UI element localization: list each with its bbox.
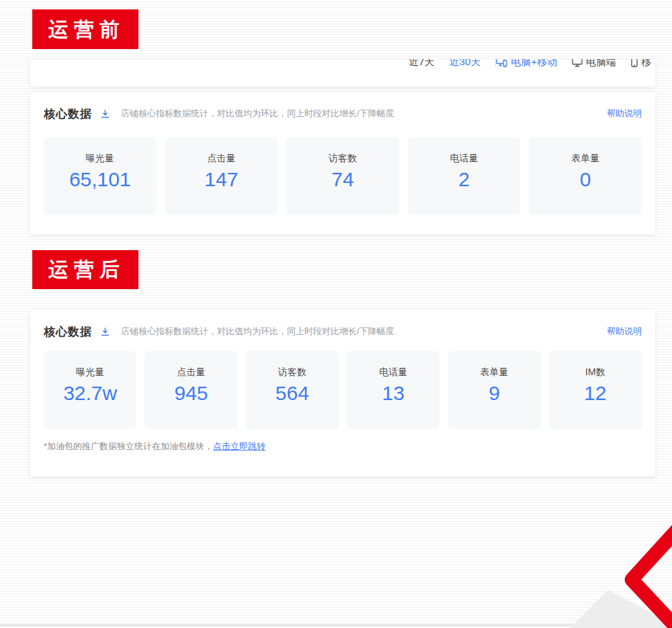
- stat-value: 13: [347, 382, 439, 405]
- stat-card-im: IM数 12: [549, 351, 642, 429]
- stat-label: 点击量: [144, 366, 237, 379]
- stat-value: 65,101: [44, 168, 157, 191]
- bottom-right-decoration: [561, 518, 672, 628]
- core-data-panel-after: 核心数据 店铺核心指标数据统计，对比值均为环比，同上时段对比增长/下降幅度 帮助…: [30, 309, 655, 476]
- core-data-panel-before: 核心数据 店铺核心指标数据统计，对比值均为环比，同上时段对比增长/下降幅度 帮助…: [30, 92, 655, 234]
- monitor-icon: [572, 59, 583, 67]
- filter-toolbar: 近7天 近30天 电脑+移动 电脑端 移: [30, 59, 655, 86]
- stat-card-clicks: 点击量 945: [144, 351, 237, 429]
- panel-header: 核心数据 店铺核心指标数据统计，对比值均为环比，同上时段对比增长/下降幅度 帮助…: [44, 324, 642, 339]
- help-link[interactable]: 帮助说明: [607, 108, 642, 120]
- stat-value: 2: [408, 168, 521, 191]
- download-button[interactable]: [100, 109, 110, 119]
- help-link[interactable]: 帮助说明: [607, 325, 642, 338]
- phone-icon: [631, 59, 638, 67]
- banner-after-operation: 运营后: [32, 250, 138, 289]
- download-button[interactable]: [100, 327, 110, 337]
- panel-title: 核心数据: [44, 106, 92, 122]
- stat-label: 电话量: [347, 366, 439, 379]
- banner-before-operation: 运营前: [32, 9, 138, 49]
- stat-value: 74: [286, 168, 399, 191]
- stats-row-after: 曝光量 32.7w 点击量 945 访客数 564 电话量 13 表单量 9 I…: [44, 351, 642, 429]
- pc-mobile-icon: [496, 59, 507, 67]
- stat-label: 表单量: [448, 366, 540, 379]
- footnote-jump-link[interactable]: 点击立即跳转: [213, 441, 265, 451]
- stat-value: 32.7w: [44, 382, 136, 405]
- filter-device-combined[interactable]: 电脑+移动: [496, 59, 557, 69]
- download-icon: [100, 327, 110, 337]
- panel-description: 店铺核心指标数据统计，对比值均为环比，同上时段对比增长/下降幅度: [121, 325, 394, 338]
- stats-row-before: 曝光量 65,101 点击量 147 访客数 74 电话量 2 表单量 0: [44, 137, 642, 215]
- stat-card-exposure: 曝光量 65,101: [44, 137, 157, 215]
- stat-label: 点击量: [165, 153, 278, 165]
- stat-value: 12: [549, 382, 642, 405]
- stat-label: 曝光量: [44, 153, 157, 165]
- stat-card-forms: 表单量 0: [529, 137, 642, 215]
- stat-card-exposure: 曝光量 32.7w: [44, 351, 136, 429]
- filter-range-30d[interactable]: 近30天: [450, 59, 481, 69]
- stat-label: 访客数: [286, 153, 399, 165]
- filter-device-mobile[interactable]: 移: [631, 59, 651, 69]
- filter-device-mobile-label: 移: [641, 59, 651, 69]
- footnote-text: *加油包的推广数据独立统计在加油包模块，: [44, 441, 213, 451]
- stat-value: 564: [246, 382, 339, 405]
- stat-card-calls: 电话量 13: [347, 351, 439, 429]
- stat-value: 9: [448, 382, 540, 405]
- filter-device-pc[interactable]: 电脑端: [572, 59, 616, 69]
- panel-description: 店铺核心指标数据统计，对比值均为环比，同上时段对比增长/下降幅度: [121, 108, 394, 120]
- stat-label: 电话量: [408, 153, 521, 165]
- stat-label: 表单量: [529, 153, 642, 165]
- stat-label: 访客数: [246, 366, 339, 379]
- panel-title: 核心数据: [44, 324, 92, 340]
- stat-value: 945: [144, 382, 237, 405]
- filter-row: 近7天 近30天 电脑+移动 电脑端 移: [30, 59, 655, 70]
- footnote: *加油包的推广数据独立统计在加油包模块，点击立即跳转: [44, 440, 642, 453]
- stat-card-forms: 表单量 9: [448, 351, 540, 429]
- filter-device-combined-label: 电脑+移动: [511, 59, 557, 69]
- filter-range-7d[interactable]: 近7天: [409, 59, 434, 69]
- stat-card-visitors: 访客数 74: [286, 137, 399, 215]
- stat-label: IM数: [549, 366, 642, 379]
- stat-value: 0: [529, 168, 642, 191]
- stat-card-clicks: 点击量 147: [165, 137, 278, 215]
- stat-card-visitors: 访客数 564: [246, 351, 339, 429]
- download-icon: [100, 109, 110, 119]
- stat-card-calls: 电话量 2: [408, 137, 521, 215]
- stat-value: 147: [165, 168, 278, 191]
- filter-device-pc-label: 电脑端: [586, 59, 616, 69]
- panel-header: 核心数据 店铺核心指标数据统计，对比值均为环比，同上时段对比增长/下降幅度 帮助…: [44, 106, 642, 121]
- stat-label: 曝光量: [44, 366, 136, 379]
